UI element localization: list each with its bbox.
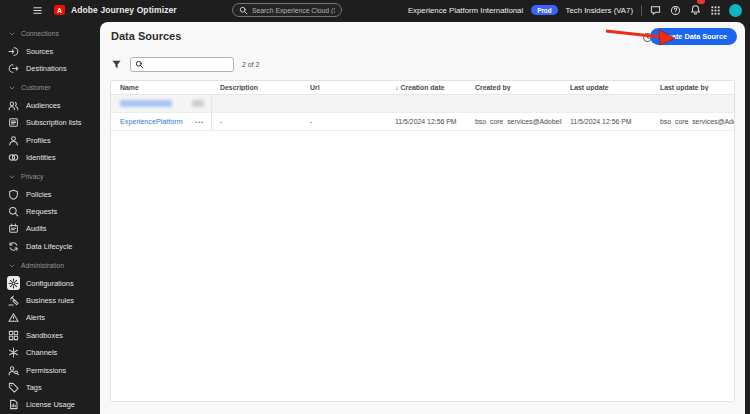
global-search[interactable] — [232, 3, 342, 17]
column-header-description[interactable]: Description — [212, 84, 302, 91]
sidebar-item-profiles[interactable]: Profiles — [0, 131, 100, 148]
sidebar-item-destinations[interactable]: Destinations — [0, 60, 100, 77]
cell-last-update-by: bso_core_services@AdobeID — [652, 118, 734, 125]
filter-funnel-icon[interactable] — [111, 59, 122, 70]
sidebar-section-connections[interactable]: Connections — [0, 25, 100, 42]
audits-icon — [7, 222, 20, 235]
sidebar-item-data-lifecycle[interactable]: Data Lifecycle — [0, 238, 100, 255]
policies-icon — [7, 188, 20, 201]
sidebar-section-customer[interactable]: Customer — [0, 79, 100, 96]
sidebar-item-label: Tags — [26, 383, 42, 392]
sidebar-item-business-rules[interactable]: Business rules — [0, 292, 100, 309]
global-search-input[interactable] — [252, 7, 335, 14]
identities-icon — [7, 151, 20, 164]
table-search-input[interactable] — [147, 60, 229, 69]
help-icon[interactable] — [670, 5, 681, 16]
sidebar-item-label: Channels — [26, 348, 57, 357]
sidebar-item-label: Sources — [26, 47, 53, 56]
audiences-icon — [7, 99, 20, 112]
sidebar-item-sources[interactable]: Sources — [0, 42, 100, 59]
tags-icon — [7, 381, 20, 394]
chevron-down-icon — [8, 173, 16, 181]
sidebar-item-requests[interactable]: Requests — [0, 203, 100, 220]
sidebar-section-privacy[interactable]: Privacy — [0, 168, 100, 185]
business-rules-icon — [7, 294, 20, 307]
app-title: Adobe Journey Optimizer — [71, 5, 177, 15]
table-empty-area — [111, 131, 734, 401]
sidebar-item-label: Data Lifecycle — [26, 242, 72, 251]
sidebar-item-label: Identities — [26, 153, 56, 162]
sort-desc-icon: ↓ — [395, 84, 399, 91]
top-bar: A Adobe Journey Optimizer Experience Pla… — [0, 0, 750, 20]
create-data-source-button[interactable]: Create Data Source — [650, 28, 737, 45]
sidebar-item-permissions[interactable]: Permissions — [0, 361, 100, 378]
sidebar-item-sandboxes[interactable]: Sandboxes — [0, 327, 100, 344]
license-usage-icon — [7, 398, 20, 411]
environment-badge[interactable]: Prod — [531, 5, 557, 15]
app-switcher-grid-icon[interactable] — [710, 5, 721, 16]
sidebar-item-label: Permissions — [26, 366, 66, 375]
sidebar-item-license-usage[interactable]: License Usage — [0, 396, 100, 413]
sidebar-section-label: Privacy — [21, 173, 43, 180]
sidebar-item-label: Alerts — [26, 313, 45, 322]
sidebar-item-identities[interactable]: Identities — [0, 149, 100, 166]
result-count: 2 of 2 — [242, 61, 260, 68]
search-icon — [239, 6, 248, 15]
sandboxes-icon — [7, 329, 20, 342]
sidebar-section-administration[interactable]: Administration — [0, 257, 100, 274]
sidebar-item-label: Destinations — [26, 64, 67, 73]
sidebar-item-subscription-lists[interactable]: Subscription lists — [0, 114, 100, 131]
sources-icon — [7, 45, 20, 58]
sidebar-item-label: Configurations — [26, 279, 74, 288]
filter-row: 2 of 2 — [111, 56, 745, 72]
table-header-row: NameDescriptionUrl↓Creation dateCreated … — [111, 81, 734, 95]
chevron-down-icon — [8, 262, 16, 270]
redacted-more — [192, 100, 204, 107]
column-header-label: Last update by — [660, 84, 709, 91]
sandbox-name[interactable]: Tech Insiders (VA7) — [566, 6, 633, 15]
user-avatar[interactable] — [729, 4, 742, 17]
sidebar-item-configurations[interactable]: Configurations — [0, 274, 100, 291]
notifications-bell-icon[interactable] — [690, 1, 701, 19]
sidebar-item-audiences[interactable]: Audiences — [0, 97, 100, 114]
alerts-icon — [7, 311, 20, 324]
sidebar-item-label: Sandboxes — [26, 331, 63, 340]
column-header-label: Created by — [475, 84, 511, 91]
column-header-url[interactable]: Url — [302, 84, 387, 91]
more-options-button[interactable]: ••• — [195, 119, 204, 125]
column-header-creation_date[interactable]: ↓Creation date — [387, 84, 467, 91]
sidebar-item-channels[interactable]: Channels — [0, 344, 100, 361]
redacted-name — [120, 100, 172, 107]
sidebar-item-alerts[interactable]: Alerts — [0, 309, 100, 326]
sidebar-item-audits[interactable]: Audits — [0, 220, 100, 237]
table-row-redacted[interactable] — [111, 95, 734, 113]
notification-badge — [697, 0, 705, 4]
column-header-last_update_by[interactable]: Last update by — [652, 84, 734, 91]
page-title: Data Sources — [111, 30, 181, 42]
chevron-down-icon — [8, 30, 16, 38]
column-header-label: Description — [220, 84, 258, 91]
requests-icon — [7, 205, 20, 218]
sidebar-item-label: Requests — [26, 207, 57, 216]
sidebar-item-label: Audiences — [26, 101, 61, 110]
sidebar-item-tags[interactable]: Tags — [0, 379, 100, 396]
column-header-name[interactable]: Name — [111, 84, 212, 91]
chevron-down-icon — [8, 84, 16, 92]
hamburger-menu-icon[interactable] — [32, 5, 43, 16]
table-row: ExperiencePlatform•••--11/5/2024 12:56 P… — [111, 113, 734, 131]
sidebar-item-label: Policies — [26, 190, 51, 199]
column-header-created_by[interactable]: Created by — [467, 84, 562, 91]
data-source-link[interactable]: ExperiencePlatform — [120, 117, 183, 126]
permissions-icon — [7, 364, 20, 377]
column-header-last_update[interactable]: Last update — [562, 84, 652, 91]
sidebar-item-label: Profiles — [26, 136, 51, 145]
cell-last-update: 11/5/2024 12:56 PM — [562, 118, 652, 125]
feedback-icon[interactable] — [650, 5, 661, 16]
sidebar-item-label: Business rules — [26, 296, 74, 305]
cell-created-by: bso_core_services@AdobeID — [467, 118, 562, 125]
sidebar-item-label: Audits — [26, 224, 47, 233]
sidebar-item-policies[interactable]: Policies — [0, 186, 100, 203]
table-search[interactable] — [130, 57, 234, 72]
column-header-label: Last update — [570, 84, 609, 91]
sidebar-item-label: Subscription lists — [26, 118, 81, 127]
